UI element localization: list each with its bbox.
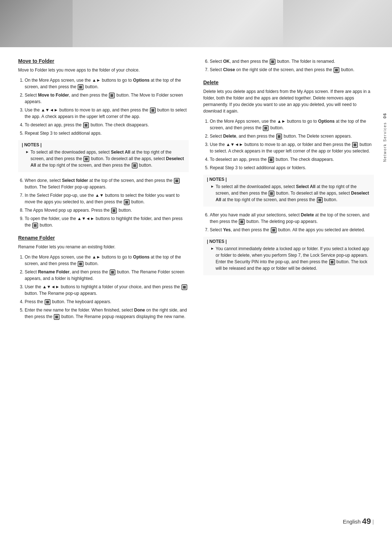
e-button-icon <box>174 178 180 184</box>
list-item: Select Delete, and then press the button… <box>210 133 374 139</box>
e-button-icon <box>239 219 245 225</box>
list-item: To select all the downloaded apps, selec… <box>27 149 185 168</box>
move-to-folder-intro: Move to Folder lets you move apps to the… <box>18 67 189 73</box>
list-item: The Apps Moved pop up appears. Press the… <box>25 207 189 213</box>
main-content: Move to Folder Move to Folder lets you m… <box>0 47 392 345</box>
list-item: Use the ▲▼◄► buttons to move to an app, … <box>25 107 189 120</box>
list-item: To select all the downloaded apps, selec… <box>212 183 370 203</box>
list-item: Select Close on the right side of the sc… <box>210 66 374 73</box>
list-item: In the Select Folder pop-up, use the ▲▼ … <box>25 192 189 205</box>
e-button-icon <box>32 223 38 228</box>
list-item: On the More Apps screen, use the ▲► butt… <box>25 254 189 267</box>
left-column: Move to Folder Move to Folder lets you m… <box>18 58 189 324</box>
e-button-icon <box>54 314 60 320</box>
move-to-folder-steps-continued: When done, select Select folder at the t… <box>18 177 189 228</box>
delete-steps: On the More Apps screen, use the ▲► butt… <box>203 118 374 171</box>
e-button-icon <box>109 93 115 98</box>
list-item: On the More Apps screen, use the ▲► butt… <box>25 77 189 90</box>
notes-label: | NOTES | <box>207 177 370 182</box>
e-button-icon <box>329 259 335 265</box>
chapter-number: 06 <box>383 113 387 118</box>
e-button-icon <box>181 284 187 290</box>
footer-page-number: 49 <box>362 517 371 526</box>
e-button-icon <box>352 142 358 148</box>
list-item: Use the ▲▼◄► buttons to move to an app, … <box>210 141 374 154</box>
e-button-icon <box>132 163 138 168</box>
move-to-folder-steps: On the More Apps screen, use the ▲► butt… <box>18 77 189 137</box>
e-button-icon <box>276 134 282 139</box>
list-item: You cannot immediately delete a locked a… <box>212 245 370 272</box>
move-to-folder-title: Move to Folder <box>18 58 189 64</box>
delete-steps-continued: After you have made all your selections,… <box>203 212 374 233</box>
footer: English 49 | <box>343 517 374 526</box>
e-button-icon <box>78 261 83 267</box>
delete-title: Delete <box>203 80 374 85</box>
e-button-icon <box>78 84 83 90</box>
delete-intro: Delete lets you delete apps and folders … <box>203 88 374 114</box>
e-button-icon <box>317 197 323 203</box>
footer-language: English <box>343 518 360 525</box>
e-button-icon <box>271 227 277 233</box>
list-item: Select OK, and then press the button. Th… <box>210 58 374 65</box>
list-item: Select Rename Folder, and then press the… <box>25 269 189 282</box>
e-button-icon <box>150 107 156 113</box>
rename-folder-intro: Rename Folder lets you rename an existin… <box>18 244 189 250</box>
chapter-block: 06 Network Services <box>383 113 387 162</box>
e-button-icon <box>83 156 89 162</box>
header-image <box>0 0 392 47</box>
list-item: On the More Apps screen, use the ▲► butt… <box>210 118 374 131</box>
notes-label: | NOTES | <box>207 239 370 244</box>
list-item: To deselect an app, press the button. Th… <box>210 156 374 163</box>
notes-label: | NOTES | <box>22 142 185 147</box>
list-item: To deselect an app, press the button. Th… <box>25 122 189 128</box>
rename-folder-steps-continued: Select OK, and then press the button. Th… <box>203 58 374 73</box>
list-item: Repeat Step 3 to select additional apps … <box>210 164 374 171</box>
rename-folder-steps: On the More Apps screen, use the ▲► butt… <box>18 254 189 320</box>
footer-pipe: | <box>372 518 374 525</box>
e-button-icon <box>111 208 117 213</box>
list-item: Select Move to Folder, and then press th… <box>25 92 189 105</box>
e-button-icon <box>268 157 274 163</box>
e-button-icon <box>269 191 274 196</box>
e-button-icon <box>45 299 50 305</box>
e-button-icon <box>334 67 339 73</box>
list-item: Repeat Step 3 to select additional apps. <box>25 130 189 137</box>
e-button-icon <box>263 125 269 131</box>
list-item: After you have made all your selections,… <box>210 212 374 225</box>
list-item: Enter the new name for the folder. When … <box>25 307 189 320</box>
right-column: Select OK, and then press the button. Th… <box>203 58 374 324</box>
list-item: Press the button. The keyboard appears. <box>25 298 189 305</box>
e-button-icon <box>83 122 89 128</box>
e-button-icon <box>124 199 130 205</box>
notes-block-delete2: | NOTES | You cannot immediately delete … <box>203 237 374 275</box>
list-item: User the ▲▼◄► buttons to highlight a fol… <box>25 284 189 297</box>
list-item: When done, select Select folder at the t… <box>25 177 189 190</box>
notes-block-move: | NOTES | To select all the downloaded a… <box>18 140 189 172</box>
list-item: To open the folder, use the ▲▼◄► buttons… <box>25 215 189 228</box>
e-button-icon <box>270 59 275 65</box>
rename-folder-title: Rename Folder <box>18 235 189 241</box>
list-item: Select Yes, and then press the button. A… <box>210 227 374 233</box>
notes-block-delete1: | NOTES | To select all the downloaded a… <box>203 175 374 207</box>
chapter-title: Network Services <box>383 122 387 162</box>
e-button-icon <box>110 269 115 275</box>
